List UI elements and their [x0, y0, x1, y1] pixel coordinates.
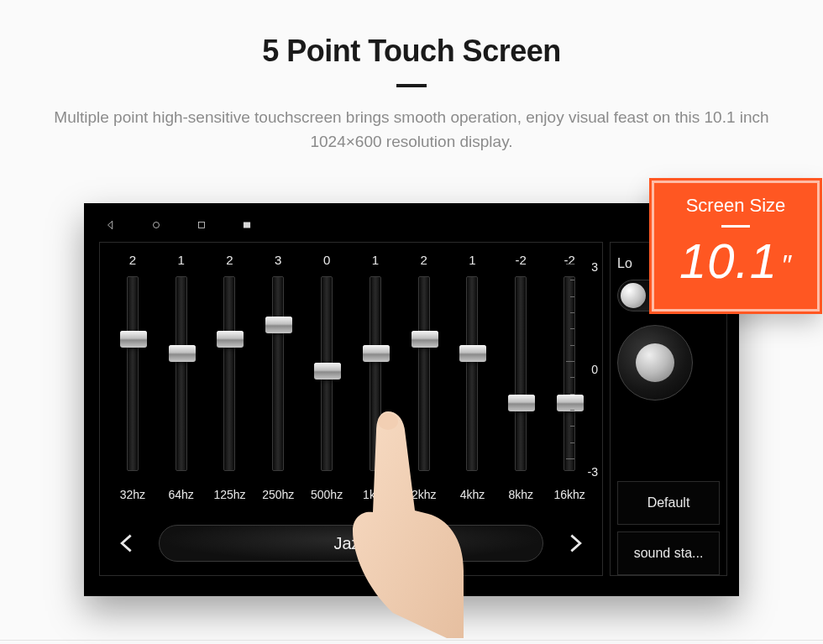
equalizer-panel: 232hz164hz2125hz3250hz0500hz11khz22khz14…	[99, 242, 603, 576]
page-title: 5 Point Touch Screen	[0, 34, 823, 69]
eq-slider-thumb[interactable]	[169, 345, 196, 362]
eq-band-8: -28khz	[496, 253, 545, 508]
eq-freq-label: 16khz	[553, 488, 584, 501]
eq-freq-label: 250hz	[262, 488, 294, 501]
gallery-icon[interactable]	[235, 213, 259, 237]
eq-value: 3	[275, 253, 281, 271]
eq-band-4: 0500hz	[302, 253, 351, 508]
eq-value: 1	[469, 253, 475, 271]
volume-knob[interactable]	[617, 325, 693, 401]
home-icon[interactable]	[144, 213, 168, 237]
eq-slider-thumb[interactable]	[217, 331, 244, 348]
scale-max: 3	[591, 260, 598, 274]
eq-freq-label: 4khz	[460, 488, 485, 501]
eq-freq-label: 2khz	[412, 488, 437, 501]
eq-slider-thumb[interactable]	[508, 395, 535, 411]
eq-slider-thumb[interactable]	[314, 363, 341, 380]
eq-slider[interactable]	[176, 276, 187, 471]
eq-value: 0	[323, 253, 330, 271]
eq-band-3: 3250hz	[254, 253, 302, 508]
title-underline	[396, 84, 427, 87]
eq-freq-label: 125hz	[213, 488, 245, 501]
android-statusbar	[94, 213, 729, 237]
eq-band-1: 164hz	[157, 253, 206, 508]
eq-freq-label: 500hz	[311, 488, 343, 501]
eq-slider-thumb[interactable]	[363, 345, 390, 362]
callout-separator	[721, 225, 750, 228]
eq-slider[interactable]	[370, 276, 381, 471]
back-icon[interactable]	[99, 213, 123, 237]
eq-band-0: 232hz	[108, 253, 157, 508]
callout-title: Screen Size	[654, 195, 817, 217]
eq-band-2: 2125hz	[206, 253, 254, 508]
eq-slider-thumb[interactable]	[412, 331, 438, 348]
page-subtitle: Multiple point high-sensitive touchscree…	[34, 106, 789, 154]
eq-slider[interactable]	[223, 276, 235, 471]
eq-band-6: 22khz	[400, 253, 448, 508]
eq-value: 2	[226, 253, 233, 271]
eq-scale: 3 0 -3	[574, 260, 598, 479]
preset-selector[interactable]: Jazz	[159, 525, 543, 562]
eq-freq-label: 64hz	[169, 488, 194, 501]
eq-slider-thumb[interactable]	[120, 331, 147, 348]
eq-freq-label: 32hz	[120, 488, 145, 501]
eq-slider-thumb[interactable]	[459, 345, 486, 362]
svg-point-0	[154, 223, 160, 228]
default-button[interactable]: Default	[617, 481, 720, 525]
eq-value: 1	[178, 253, 185, 271]
device-frame: 232hz164hz2125hz3250hz0500hz11khz22khz14…	[84, 203, 739, 596]
eq-slider[interactable]	[321, 276, 333, 471]
eq-slider[interactable]	[127, 276, 139, 471]
eq-band-7: 14khz	[448, 253, 497, 508]
eq-value: 1	[372, 253, 379, 271]
recent-apps-icon[interactable]	[190, 213, 213, 237]
svg-rect-1	[199, 223, 205, 228]
screen-size-callout: Screen Size 10.1″	[652, 181, 820, 312]
divider	[0, 640, 823, 641]
eq-value: 2	[129, 253, 136, 271]
eq-freq-label: 8khz	[508, 488, 533, 501]
eq-slider[interactable]	[515, 276, 527, 471]
callout-value: 10.1″	[654, 233, 817, 289]
eq-slider[interactable]	[466, 276, 478, 471]
svg-rect-2	[244, 223, 250, 228]
eq-slider[interactable]	[418, 276, 430, 471]
eq-slider-thumb[interactable]	[265, 317, 292, 333]
scale-mid: 0	[591, 363, 598, 376]
eq-scale-ticks	[574, 264, 574, 458]
eq-value: -2	[516, 253, 527, 271]
eq-band-5: 11khz	[351, 253, 400, 508]
sound-stage-button[interactable]: sound sta...	[617, 531, 720, 575]
preset-prev-button[interactable]	[110, 526, 144, 560]
eq-slider[interactable]	[272, 276, 284, 471]
eq-value: 2	[421, 253, 427, 271]
eq-freq-label: 1khz	[363, 488, 388, 501]
scale-min: -3	[588, 465, 598, 479]
preset-next-button[interactable]	[558, 526, 592, 560]
